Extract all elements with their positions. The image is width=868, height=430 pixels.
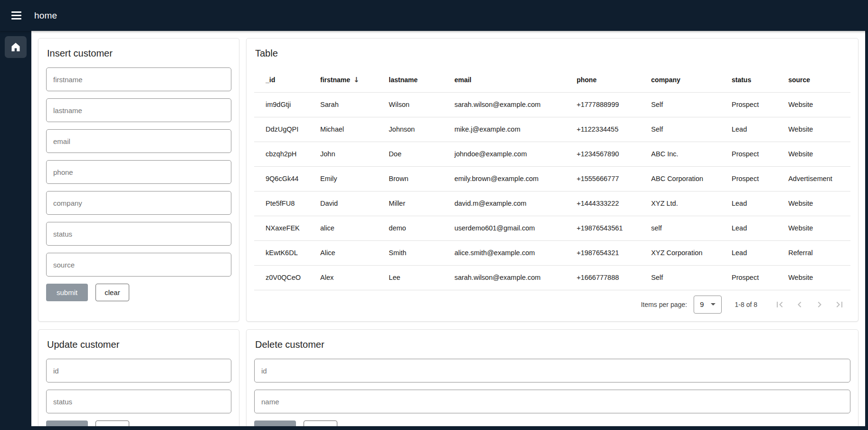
previous-page-button[interactable] — [790, 295, 810, 314]
table-cell: Smith — [388, 240, 454, 265]
column-header-label: email — [454, 76, 471, 84]
insert-card-title: Insert customer — [47, 48, 231, 59]
table-row: im9dGtjiSarahWilsonsarah.wilson@example.… — [254, 92, 850, 117]
table-cell: Prospect — [731, 265, 788, 290]
email-input[interactable] — [46, 129, 231, 153]
table-cell: sarah.wilson@example.com — [454, 92, 576, 117]
delete-clear-button[interactable]: clear — [304, 420, 337, 426]
page-size-value: 9 — [700, 300, 704, 308]
next-page-button[interactable] — [810, 295, 830, 314]
delete-name-input[interactable] — [254, 390, 850, 413]
table-cell: Website — [788, 265, 850, 290]
status-input[interactable] — [46, 222, 231, 246]
table-cell: +1555666777 — [576, 166, 651, 191]
items-per-page-label: Items per page: — [641, 301, 687, 308]
table-cell: Emily — [320, 166, 388, 191]
table-cell: Website — [788, 216, 850, 240]
column-header-label: source — [788, 76, 810, 84]
firstname-input[interactable] — [46, 67, 231, 91]
table-cell: Lee — [388, 265, 454, 290]
last-page-button[interactable] — [830, 295, 849, 314]
column-header-firstname[interactable]: firstname↓ — [320, 67, 388, 92]
table-cell: Brown — [388, 166, 454, 191]
company-input[interactable] — [46, 191, 231, 215]
table-row: 9Q6cGk44EmilyBrownemily.brown@example.co… — [254, 166, 850, 191]
page-size-select[interactable]: 9 — [694, 296, 721, 314]
table-cell: Lead — [731, 240, 788, 265]
update-clear-button[interactable]: clear — [95, 420, 129, 426]
update-submit-button[interactable]: submit — [46, 420, 88, 426]
delete-submit-button[interactable]: submit — [254, 420, 296, 426]
table-cell: Alex — [320, 265, 388, 290]
column-header-company[interactable]: company — [651, 67, 731, 92]
update-buttons-row: submit clear — [46, 420, 231, 426]
column-header-_id[interactable]: _id — [254, 67, 320, 92]
table-cell: johndoe@example.com — [454, 142, 576, 166]
table-cell: +1122334455 — [576, 117, 651, 142]
previous-page-icon — [794, 299, 805, 310]
table-cell: XYZ Ltd. — [651, 191, 731, 216]
column-header-phone[interactable]: phone — [576, 67, 651, 92]
table-cell: alice.smith@example.com — [454, 240, 576, 265]
column-header-lastname[interactable]: lastname — [388, 67, 454, 92]
delete-customer-card: Delete customer submit clear — [246, 329, 858, 426]
paginator: Items per page: 9 1-8 of 8 — [254, 290, 850, 315]
table-cell: +1987654321 — [576, 240, 651, 265]
menu-button[interactable] — [5, 4, 28, 27]
phone-input[interactable] — [46, 160, 231, 184]
table-card: Table _idfirstname↓lastnameemailphonecom… — [246, 38, 858, 322]
table-cell: Prospect — [731, 166, 788, 191]
update-card-title: Update customer — [47, 339, 231, 350]
delete-id-input[interactable] — [254, 359, 850, 382]
table-cell: z0V0QCeO — [254, 265, 320, 290]
table-header-row: _idfirstname↓lastnameemailphonecompanyst… — [254, 67, 850, 92]
column-header-label: status — [732, 76, 751, 84]
table-cell: Miller — [388, 191, 454, 216]
first-page-button[interactable] — [770, 295, 790, 314]
table-cell: John — [320, 142, 388, 166]
table-cell: Lead — [731, 216, 788, 240]
table-cell: Website — [788, 117, 850, 142]
table-cell: Self — [651, 265, 731, 290]
table-cell: sarah.wilson@example.com — [454, 265, 576, 290]
table-cell: Pte5fFU8 — [254, 191, 320, 216]
update-status-input[interactable] — [46, 390, 231, 413]
column-header-label: phone — [577, 76, 597, 84]
table-cell: Doe — [388, 142, 454, 166]
top-app-bar: home — [0, 0, 868, 31]
range-label: 1-8 of 8 — [735, 301, 757, 308]
table-cell: Self — [651, 92, 731, 117]
table-cell: XYZ Corporation — [651, 240, 731, 265]
insert-clear-button[interactable]: clear — [95, 284, 129, 301]
table-row: Pte5fFU8DavidMillerdavid.m@example.com+1… — [254, 191, 850, 216]
table-cell: Website — [788, 142, 850, 166]
table-cell: Self — [651, 117, 731, 142]
table-cell: emily.brown@example.com — [454, 166, 576, 191]
table-cell: Sarah — [320, 92, 388, 117]
update-id-input[interactable] — [46, 359, 231, 382]
column-header-status[interactable]: status — [731, 67, 788, 92]
column-header-source[interactable]: source — [788, 67, 850, 92]
table-row: z0V0QCeOAlexLeesarah.wilson@example.com+… — [254, 265, 850, 290]
delete-card-title: Delete customer — [255, 339, 850, 350]
column-header-email[interactable]: email — [454, 67, 576, 92]
table-cell: demo — [388, 216, 454, 240]
table-cell: Michael — [320, 117, 388, 142]
column-header-label: company — [651, 76, 680, 84]
last-page-icon — [834, 299, 845, 310]
sidebar-home-button[interactable] — [5, 36, 27, 58]
delete-buttons-row: submit clear — [254, 420, 850, 426]
insert-submit-button[interactable]: submit — [46, 284, 88, 301]
first-page-icon — [774, 299, 785, 310]
table-cell: ABC Inc. — [651, 142, 731, 166]
lastname-input[interactable] — [46, 98, 231, 122]
column-header-label: firstname — [320, 76, 350, 84]
source-input[interactable] — [46, 253, 231, 277]
table-cell: im9dGtji — [254, 92, 320, 117]
table-cell: kEwtK6DL — [254, 240, 320, 265]
main-content: Insert customer submit clear Table _idfi… — [31, 31, 865, 426]
table-cell: NXaxeFEK — [254, 216, 320, 240]
table-row: DdzUgQPIMichaelJohnsonmike.j@example.com… — [254, 117, 850, 142]
table-cell: Lead — [731, 117, 788, 142]
table-cell: ABC Corporation — [651, 166, 731, 191]
